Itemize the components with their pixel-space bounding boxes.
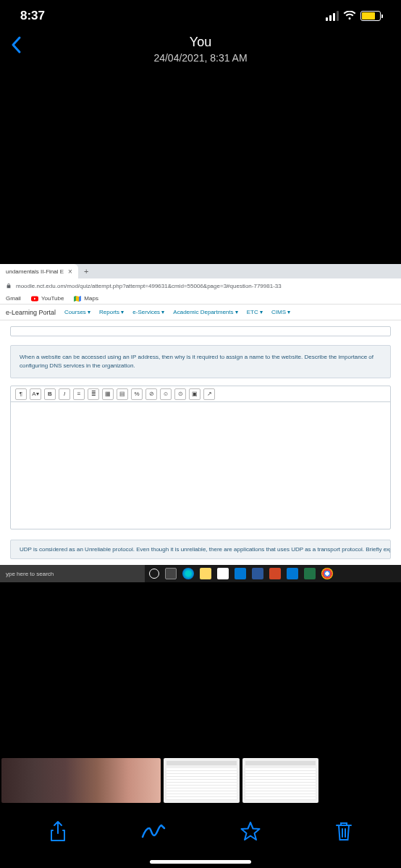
cortana-icon[interactable] bbox=[149, 569, 159, 579]
taskbar-search[interactable]: ype here to search bbox=[0, 565, 145, 582]
expand-button[interactable]: ↗ bbox=[203, 388, 215, 400]
home-indicator[interactable] bbox=[150, 860, 251, 864]
tab-title: undamentals II-Final E bbox=[6, 268, 64, 275]
status-time: 8:37 bbox=[20, 9, 45, 23]
cellular-signal-icon bbox=[326, 11, 339, 21]
link-button[interactable]: % bbox=[131, 388, 143, 400]
message-timestamp: 24/04/2021, 8:31 AM bbox=[0, 52, 401, 64]
site-brand[interactable]: e-Learning Portal bbox=[6, 309, 56, 316]
thumbnail-photo[interactable] bbox=[1, 758, 161, 803]
address-bar[interactable]: moodle.nct.edu.om/mod/quiz/attempt.php?a… bbox=[0, 278, 401, 293]
taskview-icon[interactable] bbox=[165, 568, 177, 579]
edge-icon[interactable] bbox=[182, 568, 194, 579]
italic-button[interactable]: I bbox=[59, 388, 70, 400]
new-tab-button[interactable]: + bbox=[78, 267, 94, 276]
browser-tab-strip: undamentals II-Final E × + bbox=[0, 264, 401, 278]
status-indicators bbox=[326, 11, 381, 21]
thumbnail-doc-1[interactable] bbox=[164, 758, 240, 803]
align-button[interactable]: ▦ bbox=[102, 388, 114, 400]
previous-answer-box[interactable] bbox=[10, 326, 391, 336]
nav-etc[interactable]: ETC ▾ bbox=[247, 309, 263, 315]
close-icon[interactable]: × bbox=[68, 268, 72, 276]
screenshot-image[interactable]: undamentals II-Final E × + moodle.nct.ed… bbox=[0, 264, 401, 582]
question-text-2: UDP is considered as an Unreliable proto… bbox=[10, 540, 391, 559]
battery-icon bbox=[360, 11, 381, 21]
bookmark-maps[interactable]: Maps bbox=[74, 295, 98, 302]
draw-button[interactable] bbox=[140, 822, 166, 841]
store-icon[interactable] bbox=[217, 568, 229, 579]
lock-icon bbox=[6, 283, 12, 289]
image-button[interactable]: ▣ bbox=[189, 388, 200, 400]
windows-taskbar: ype here to search bbox=[0, 565, 401, 582]
site-nav: e-Learning Portal Courses ▾ Reports ▾ e-… bbox=[0, 305, 401, 320]
excel-icon[interactable] bbox=[304, 568, 316, 579]
more-button[interactable]: ⊙ bbox=[174, 388, 186, 400]
browser-tab[interactable]: undamentals II-Final E × bbox=[0, 264, 78, 278]
favorite-button[interactable] bbox=[240, 821, 261, 843]
list-ol-button[interactable]: ≣ bbox=[88, 388, 99, 400]
nav-eservices[interactable]: e-Services ▾ bbox=[132, 309, 164, 315]
nav-courses[interactable]: Courses ▾ bbox=[64, 309, 90, 315]
editor-toolbar: ¶ A▾ B I ≡ ≣ ▦ ▤ % ⊘ ☺ ⊙ ▣ ↗ bbox=[11, 386, 390, 402]
mail-icon[interactable] bbox=[235, 568, 246, 579]
maps-icon bbox=[74, 295, 81, 302]
file-explorer-icon[interactable] bbox=[200, 568, 211, 579]
bookmark-gmail[interactable]: Gmail bbox=[6, 295, 21, 302]
chrome-icon[interactable] bbox=[321, 568, 333, 579]
unlink-button[interactable]: ⊘ bbox=[145, 388, 157, 400]
thumbnail-doc-2[interactable] bbox=[242, 758, 318, 803]
sender-name: You bbox=[0, 35, 401, 50]
share-button[interactable] bbox=[48, 820, 67, 843]
quiz-content: When a website can be accessed using an … bbox=[0, 320, 401, 565]
font-button[interactable]: A▾ bbox=[30, 388, 41, 400]
list-ul-button[interactable]: ≡ bbox=[73, 388, 85, 400]
url-text: moodle.nct.edu.om/mod/quiz/attempt.php?a… bbox=[16, 283, 282, 289]
editor-textarea[interactable] bbox=[11, 402, 390, 529]
nav-cims[interactable]: CIMS ▾ bbox=[271, 309, 290, 315]
delete-button[interactable] bbox=[334, 821, 353, 843]
bookmarks-bar: Gmail YouTube Maps bbox=[0, 293, 401, 305]
wifi-icon bbox=[343, 11, 356, 21]
media-thumbnails bbox=[0, 758, 401, 803]
status-bar: 8:37 bbox=[0, 0, 401, 29]
action-bar bbox=[0, 813, 401, 851]
bold-button[interactable]: B bbox=[44, 388, 56, 400]
message-header: You 24/04/2021, 8:31 AM bbox=[0, 29, 401, 72]
paragraph-button[interactable]: ¶ bbox=[15, 388, 27, 400]
emoji-button[interactable]: ☺ bbox=[160, 388, 172, 400]
indent-button[interactable]: ▤ bbox=[117, 388, 128, 400]
powerpoint-icon[interactable] bbox=[269, 568, 281, 579]
back-button[interactable] bbox=[10, 35, 23, 55]
answer-editor: ¶ A▾ B I ≡ ≣ ▦ ▤ % ⊘ ☺ ⊙ ▣ ↗ bbox=[10, 386, 391, 529]
nav-departments[interactable]: Academic Departments ▾ bbox=[173, 309, 237, 315]
bookmark-youtube[interactable]: YouTube bbox=[31, 295, 64, 302]
nav-reports[interactable]: Reports ▾ bbox=[99, 309, 124, 315]
outlook-icon[interactable] bbox=[287, 568, 298, 579]
word-icon[interactable] bbox=[252, 568, 263, 579]
youtube-icon bbox=[31, 295, 38, 302]
question-text-1: When a website can be accessed using an … bbox=[10, 345, 391, 378]
